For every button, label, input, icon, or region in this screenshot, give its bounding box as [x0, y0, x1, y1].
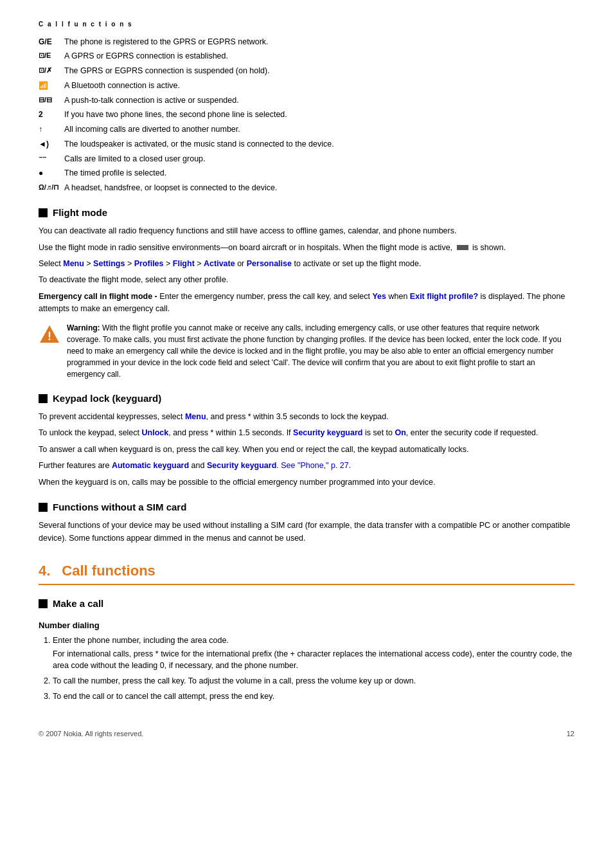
loudspeaker-icon: ◄) — [39, 138, 64, 150]
chapter-number: 4. — [39, 560, 50, 581]
profiles-link[interactable]: Profiles — [134, 259, 164, 268]
svg-text:!: ! — [48, 330, 51, 343]
warning-content: Warning: With the flight profile you can… — [67, 322, 574, 380]
flight-mode-indicator — [457, 245, 468, 250]
flight-mode-title: Flight mode — [53, 206, 107, 221]
list-item-3: To end the call or to cancel the call at… — [53, 691, 574, 703]
functions-no-sim-para1: Several functions of your device may be … — [39, 520, 574, 545]
flight-link[interactable]: Flight — [173, 259, 195, 268]
make-a-call-title: Make a call — [53, 597, 103, 611]
personalise-link[interactable]: Personalise — [247, 259, 292, 268]
list-item: Ω/♬/⊓ A headset, handsfree, or loopset i… — [39, 182, 574, 194]
on-link[interactable]: On — [395, 428, 405, 437]
copyright-text: © 2007 Nokia. All rights reserved. — [39, 728, 143, 739]
list-item: ⊟/⊟ A push-to-talk connection is active … — [39, 95, 574, 107]
warning-box: ! Warning: With the flight profile you c… — [39, 322, 574, 380]
icon-list: G/E The phone is registered to the GPRS … — [39, 36, 574, 194]
keypad-lock-title: Keypad lock (keyguard) — [53, 392, 161, 406]
warning-triangle-icon: ! — [39, 323, 60, 345]
list-item: ⁻⁻ Calls are limited to a closed user gr… — [39, 153, 574, 165]
flight-mode-para5: Emergency call in flight mode - Enter th… — [39, 291, 574, 316]
see-phone-link[interactable]: See "Phone," p. 27. — [281, 461, 351, 470]
flight-mode-para4: To deactivate the flight mode, select an… — [39, 274, 574, 286]
gprs-conn-icon: ⊡/E — [39, 50, 64, 61]
section-bullet-2 — [39, 394, 48, 403]
gprs-icon: G/E — [39, 36, 64, 48]
page-number: 12 — [567, 728, 574, 739]
menu-link[interactable]: Menu — [63, 259, 84, 268]
number-dialing-subheading: Number dialing — [39, 619, 574, 632]
keypad-lock-para2: To unlock the keypad, select Unlock, and… — [39, 427, 574, 439]
section-bullet — [39, 208, 48, 217]
flight-mode-para1: You can deactivate all radio frequency f… — [39, 225, 574, 237]
chapter-4-header: 4. Call functions — [39, 560, 574, 585]
chapter-title: Call functions — [62, 560, 155, 581]
settings-link[interactable]: Settings — [93, 259, 125, 268]
number-dialing-list: Enter the phone number, including the ar… — [39, 635, 574, 703]
keypad-lock-para4: Further features are Automatic keyguard … — [39, 460, 574, 472]
bluetooth-icon: 📶 — [39, 80, 64, 91]
auto-keyguard-link[interactable]: Automatic keyguard — [112, 461, 189, 470]
keypad-lock-section-heading: Keypad lock (keyguard) — [39, 392, 574, 406]
list-item: 📶 A Bluetooth connection is active. — [39, 80, 574, 92]
functions-no-sim-title: Functions without a SIM card — [53, 500, 186, 515]
list-item: ⊡/E A GPRS or EGPRS connection is establ… — [39, 50, 574, 62]
unlock-link[interactable]: Unlock — [142, 428, 169, 437]
list-item: 2 If you have two phone lines, the secon… — [39, 109, 574, 121]
security-keyguard-link2[interactable]: Security keyguard — [207, 461, 276, 470]
list-item: ◄) The loudspeaker is activated, or the … — [39, 138, 574, 150]
list-item-2: To call the number, press the call key. … — [53, 675, 574, 687]
second-line-icon: 2 — [39, 109, 64, 120]
list-item-1: Enter the phone number, including the ar… — [53, 635, 574, 672]
list-item: ● The timed profile is selected. — [39, 167, 574, 179]
keypad-lock-para3: To answer a call when keyguard is on, pr… — [39, 444, 574, 456]
keypad-menu-link[interactable]: Menu — [185, 412, 206, 421]
timed-profile-icon: ● — [39, 167, 64, 179]
push-to-talk-icon: ⊟/⊟ — [39, 95, 64, 105]
make-a-call-heading: Make a call — [39, 597, 574, 611]
exit-flight-link[interactable]: Exit flight profile? — [410, 292, 478, 301]
page-footer: © 2007 Nokia. All rights reserved. 12 — [39, 728, 574, 739]
section-bullet-4 — [39, 599, 48, 608]
keypad-lock-para1: To prevent accidental keypresses, select… — [39, 411, 574, 423]
section-header-label: C a l l f u n c t i o n s — [39, 19, 574, 30]
section-bullet-3 — [39, 503, 48, 512]
list-item: ⊡/✗ The GPRS or EGPRS connection is susp… — [39, 65, 574, 77]
yes-link[interactable]: Yes — [372, 292, 386, 301]
security-keyguard-link[interactable]: Security keyguard — [293, 428, 362, 437]
divert-icon: ↑ — [39, 123, 64, 135]
activate-link[interactable]: Activate — [204, 259, 235, 268]
list-item: ↑ All incoming calls are diverted to ano… — [39, 123, 574, 136]
closed-group-icon: ⁻⁻ — [39, 153, 64, 165]
flight-mode-para2: Use the flight mode in radio sensitive e… — [39, 242, 574, 254]
list-item: G/E The phone is registered to the GPRS … — [39, 36, 574, 48]
keypad-lock-para5: When the keyguard is on, calls may be po… — [39, 476, 574, 489]
flight-mode-para3: Select Menu > Settings > Profiles > Flig… — [39, 258, 574, 270]
gprs-suspended-icon: ⊡/✗ — [39, 65, 64, 76]
flight-mode-section-heading: Flight mode — [39, 206, 574, 221]
functions-no-sim-heading: Functions without a SIM card — [39, 500, 574, 515]
headset-icon: Ω/♬/⊓ — [39, 182, 64, 193]
